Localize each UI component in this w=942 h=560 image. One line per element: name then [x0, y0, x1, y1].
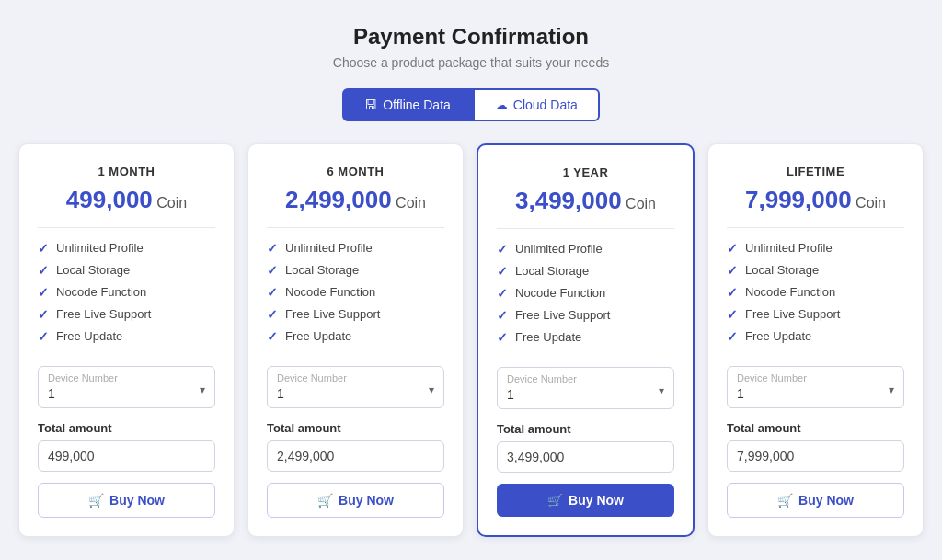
feature-text: Nocode Function [745, 285, 835, 299]
feature-text: Unlimited Profile [285, 241, 373, 255]
feature-item: ✓ Unlimited Profile [267, 241, 444, 256]
offline-data-button[interactable]: 🖫 Offline Data [342, 88, 473, 121]
plan-price: 7,999,000 Coin [727, 186, 904, 214]
pricing-card-6month: 6 MONTH 2,499,000 Coin ✓ Unlimited Profi… [247, 143, 464, 537]
feature-text: Local Storage [285, 263, 359, 277]
price-amount: 3,499,000 [515, 187, 622, 214]
divider [727, 227, 904, 228]
buy-now-button[interactable]: 🛒 Buy Now [727, 483, 904, 518]
feature-text: Nocode Function [515, 286, 605, 300]
feature-item: ✓ Free Live Support [38, 307, 215, 322]
feature-item: ✓ Free Update [38, 329, 215, 344]
device-number-select[interactable]: 1 2 3 5 [48, 386, 205, 401]
pricing-card-1month: 1 MONTH 499,000 Coin ✓ Unlimited Profile… [18, 143, 235, 537]
price-amount: 2,499,000 [285, 186, 392, 213]
feature-item: ✓ Unlimited Profile [38, 241, 215, 256]
device-number-select[interactable]: 1 2 3 5 [737, 386, 894, 401]
total-amount-label: Total amount [497, 422, 674, 436]
buy-now-button[interactable]: 🛒 Buy Now [38, 483, 215, 518]
total-amount-input [727, 440, 904, 472]
cart-icon: 🛒 [547, 493, 563, 508]
device-number-label: Device Number [277, 372, 434, 383]
features-list: ✓ Unlimited Profile ✓ Local Storage ✓ No… [497, 242, 674, 352]
device-number-select[interactable]: 1 2 3 5 [507, 387, 664, 402]
features-list: ✓ Unlimited Profile ✓ Local Storage ✓ No… [727, 241, 904, 351]
check-icon: ✓ [38, 241, 49, 256]
check-icon: ✓ [38, 329, 49, 344]
feature-item: ✓ Local Storage [497, 264, 674, 279]
device-number-label: Device Number [507, 373, 664, 384]
device-number-select[interactable]: 1 2 3 5 [277, 386, 434, 401]
buy-now-label: Buy Now [109, 493, 165, 508]
price-amount: 499,000 [66, 186, 153, 213]
feature-item: ✓ Nocode Function [727, 285, 904, 300]
feature-item: ✓ Nocode Function [38, 285, 215, 300]
device-number-group: Device Number 1 2 3 5 ▾ [38, 366, 215, 408]
feature-item: ✓ Local Storage [727, 263, 904, 278]
features-list: ✓ Unlimited Profile ✓ Local Storage ✓ No… [38, 241, 215, 351]
feature-item: ✓ Free Live Support [727, 307, 904, 322]
feature-text: Local Storage [515, 264, 589, 278]
plan-price: 499,000 Coin [38, 186, 215, 214]
plan-period: LIFETIME [727, 165, 904, 178]
feature-text: Free Live Support [56, 307, 151, 321]
buy-now-label: Buy Now [798, 493, 854, 508]
cloud-label: Cloud Data [513, 97, 578, 112]
plan-period: 1 MONTH [38, 165, 215, 178]
device-number-label: Device Number [737, 372, 894, 383]
total-amount-input [38, 440, 215, 472]
price-coin: Coin [396, 195, 426, 211]
data-type-toggle: 🖫 Offline Data ☁ Cloud Data [18, 88, 924, 121]
divider [497, 228, 674, 229]
feature-item: ✓ Local Storage [267, 263, 444, 278]
total-amount-label: Total amount [727, 421, 904, 435]
feature-item: ✓ Free Update [727, 329, 904, 344]
check-icon: ✓ [497, 308, 508, 323]
feature-item: ✓ Unlimited Profile [497, 242, 674, 257]
divider [38, 227, 215, 228]
feature-item: ✓ Free Update [497, 330, 674, 345]
feature-text: Unlimited Profile [515, 242, 603, 256]
cart-icon: 🛒 [317, 493, 333, 508]
feature-item: ✓ Free Live Support [497, 308, 674, 323]
buy-now-button[interactable]: 🛒 Buy Now [497, 484, 674, 517]
feature-text: Free Update [56, 329, 122, 343]
price-amount: 7,999,000 [745, 186, 852, 213]
device-number-label: Device Number [48, 372, 205, 383]
check-icon: ✓ [497, 286, 508, 301]
buy-now-label: Buy Now [569, 493, 624, 508]
price-coin: Coin [156, 195, 187, 211]
feature-text: Unlimited Profile [56, 241, 144, 255]
check-icon: ✓ [267, 263, 278, 278]
price-coin: Coin [856, 195, 886, 211]
pricing-card-lifetime: LIFETIME 7,999,000 Coin ✓ Unlimited Prof… [707, 143, 924, 537]
check-icon: ✓ [38, 285, 49, 300]
check-icon: ✓ [267, 241, 278, 256]
cart-icon: 🛒 [88, 493, 104, 508]
cart-icon: 🛒 [777, 493, 793, 508]
feature-text: Free Update [285, 329, 351, 343]
feature-text: Local Storage [56, 263, 130, 277]
total-amount-label: Total amount [38, 421, 215, 435]
plan-period: 6 MONTH [267, 165, 444, 178]
check-icon: ✓ [727, 263, 738, 278]
check-icon: ✓ [38, 263, 49, 278]
device-number-group: Device Number 1 2 3 5 ▾ [727, 366, 904, 408]
feature-item: ✓ Free Live Support [267, 307, 444, 322]
device-number-group: Device Number 1 2 3 5 ▾ [497, 367, 674, 409]
feature-text: Free Update [745, 329, 811, 343]
device-number-group: Device Number 1 2 3 5 ▾ [267, 366, 444, 408]
buy-now-button[interactable]: 🛒 Buy Now [267, 483, 444, 518]
feature-item: ✓ Nocode Function [497, 286, 674, 301]
cloud-data-button[interactable]: ☁ Cloud Data [473, 88, 600, 121]
feature-text: Free Live Support [285, 307, 380, 321]
offline-icon: 🖫 [364, 97, 377, 112]
check-icon: ✓ [727, 307, 738, 322]
check-icon: ✓ [38, 307, 49, 322]
check-icon: ✓ [267, 285, 278, 300]
pricing-card-1year: 1 YEAR 3,499,000 Coin ✓ Unlimited Profil… [477, 143, 695, 537]
check-icon: ✓ [497, 242, 508, 257]
feature-item: ✓ Free Update [267, 329, 444, 344]
total-amount-label: Total amount [267, 421, 444, 435]
page-header: Payment Confirmation Choose a product pa… [18, 24, 924, 70]
